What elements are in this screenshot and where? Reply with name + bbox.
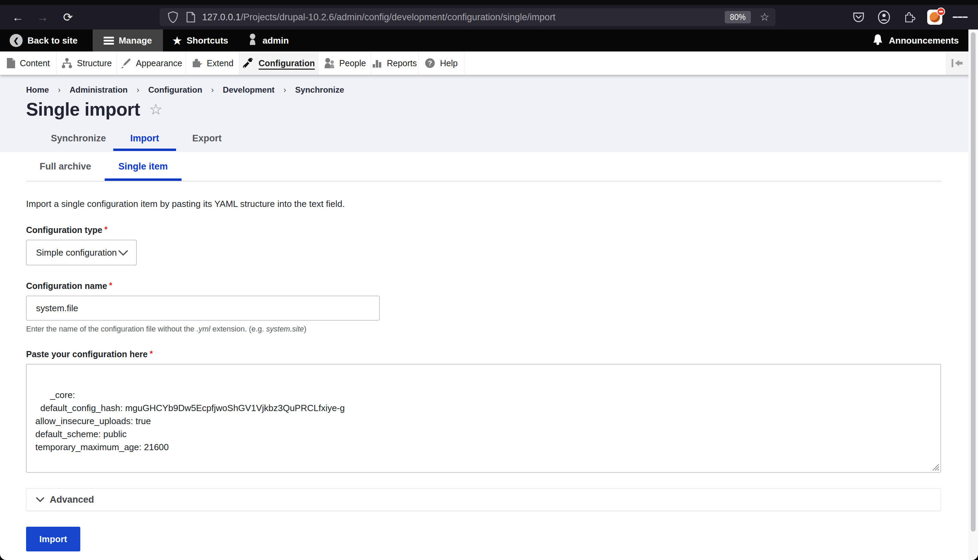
- menu-item-label: Extend: [207, 58, 234, 68]
- configuration-name-help: Enter the name of the configuration file…: [26, 325, 978, 333]
- primary-tabs: Synchronize Import Export: [43, 126, 978, 151]
- required-indicator: *: [104, 225, 107, 234]
- page-scrollbar[interactable]: [968, 30, 978, 560]
- menu-item-help[interactable]: ? Help: [418, 52, 464, 75]
- configuration-name-value: system.file: [36, 303, 78, 313]
- drupal-admin-menu: Content Structure Appearance Extend Conf…: [0, 52, 978, 75]
- menu-item-structure[interactable]: Structure: [57, 52, 117, 75]
- chevron-down-icon: [36, 497, 44, 502]
- url-path: /Projects/drupal-10.2.6/admin/config/dev…: [241, 12, 556, 22]
- reload-icon[interactable]: ⟳: [59, 5, 77, 30]
- tab-single-item[interactable]: Single item: [105, 152, 182, 181]
- menu-item-reports[interactable]: Reports: [371, 52, 418, 75]
- bookmark-star-icon[interactable]: ☆: [760, 11, 769, 23]
- shortcuts-button[interactable]: ★ Shortcuts: [163, 30, 238, 52]
- menu-item-configuration[interactable]: Configuration: [239, 52, 318, 75]
- configuration-type-select[interactable]: Simple configuration: [26, 240, 137, 265]
- zoom-level-badge[interactable]: 80%: [725, 11, 751, 23]
- configuration-type-value: Simple configuration: [36, 247, 117, 258]
- menu-item-label: Reports: [387, 58, 417, 68]
- account-icon[interactable]: [876, 5, 891, 30]
- announcements-label: Announcements: [889, 35, 959, 46]
- menu-item-extend[interactable]: Extend: [186, 52, 239, 75]
- breadcrumb-link[interactable]: Home: [26, 85, 49, 95]
- configuration-name-input[interactable]: system.file: [26, 296, 380, 320]
- bell-icon: [872, 33, 883, 48]
- tab-synchronize[interactable]: Synchronize: [43, 126, 113, 151]
- people-icon: [323, 58, 335, 68]
- structure-sitemap-icon: [62, 58, 72, 68]
- collapse-left-icon: [951, 59, 963, 67]
- browser-window: ← → ⟳ 127.0.0.1/Projects/drupal-10.2.6/a…: [0, 0, 978, 560]
- advanced-label: Advanced: [50, 495, 94, 505]
- menu-item-people[interactable]: People: [318, 52, 371, 75]
- page-title: Single import: [26, 99, 140, 120]
- paste-configuration-label: Paste your configuration here*: [26, 349, 978, 359]
- breadcrumb-separator: ›: [211, 85, 214, 95]
- scrollbar-thumb[interactable]: [971, 32, 976, 532]
- configuration-wrench-icon: [243, 57, 254, 69]
- page-info-icon[interactable]: [187, 12, 195, 23]
- url-bar[interactable]: 127.0.0.1/Projects/drupal-10.2.6/admin/c…: [160, 8, 776, 26]
- user-icon: [247, 33, 258, 48]
- forward-icon[interactable]: →: [33, 5, 52, 30]
- menu-item-label: Structure: [77, 58, 112, 68]
- manage-label: Manage: [119, 35, 152, 46]
- shortcuts-star-icon: ★: [173, 35, 182, 47]
- help-icon: ?: [425, 58, 435, 68]
- back-to-site-label: Back to site: [27, 35, 78, 46]
- breadcrumb: Home › Administration › Configuration › …: [26, 85, 978, 95]
- menu-item-content[interactable]: Content: [0, 52, 57, 75]
- secondary-tabs: Full archive Single item: [26, 152, 941, 182]
- blocked-badge-icon: [937, 8, 945, 16]
- reports-chart-icon: [372, 58, 382, 68]
- import-button[interactable]: Import: [26, 527, 80, 552]
- url-domain: 127.0.0.1: [202, 12, 241, 22]
- page-header: Home › Administration › Configuration › …: [0, 75, 978, 152]
- pocket-icon[interactable]: [851, 5, 866, 30]
- navbar-right-icons: [851, 5, 968, 30]
- required-indicator: *: [109, 281, 112, 290]
- tab-export[interactable]: Export: [176, 126, 238, 151]
- back-to-site-icon: ❮: [10, 34, 23, 47]
- configuration-yaml-textarea[interactable]: _core: default_config_hash: mguGHCYb9Dw5…: [26, 364, 941, 472]
- browser-tabstrip: [0, 0, 978, 5]
- breadcrumb-link[interactable]: Development: [223, 85, 275, 95]
- tab-full-archive[interactable]: Full archive: [26, 152, 105, 181]
- breadcrumb-link[interactable]: Synchronize: [295, 85, 344, 95]
- extend-puzzle-icon: [192, 58, 202, 68]
- content-file-icon: [7, 58, 15, 68]
- required-indicator: *: [150, 349, 153, 358]
- advanced-section-toggle[interactable]: Advanced: [26, 488, 941, 511]
- menu-hamburger-icon[interactable]: [953, 5, 968, 30]
- tab-import[interactable]: Import: [113, 126, 176, 151]
- breadcrumb-separator: ›: [58, 85, 61, 95]
- announcements-button[interactable]: Announcements: [872, 30, 959, 52]
- menu-item-label: Content: [20, 58, 50, 68]
- intro-text: Import a single configuration item by pa…: [26, 199, 978, 209]
- admin-user-label: admin: [263, 35, 289, 46]
- main-content: Full archive Single item Import a single…: [0, 152, 978, 552]
- firefox-extension-icon[interactable]: [927, 5, 942, 30]
- menu-item-label: People: [339, 58, 366, 68]
- svg-text:?: ?: [428, 59, 432, 67]
- yaml-content: _core: default_config_hash: mguGHCYb9Dw5…: [35, 390, 345, 452]
- menu-item-label: Appearance: [136, 58, 182, 68]
- back-icon[interactable]: ←: [9, 5, 27, 30]
- breadcrumb-link[interactable]: Configuration: [148, 85, 202, 95]
- menu-item-appearance[interactable]: Appearance: [117, 52, 186, 75]
- resize-grip-icon[interactable]: [931, 463, 940, 471]
- configuration-type-label: Configuration type*: [26, 225, 978, 235]
- breadcrumb-link[interactable]: Administration: [70, 85, 128, 95]
- shield-icon[interactable]: [168, 11, 178, 23]
- manage-button[interactable]: Manage: [93, 30, 163, 52]
- toolbar-orientation-toggle[interactable]: [946, 52, 968, 75]
- favorite-star-icon[interactable]: ☆: [149, 100, 162, 118]
- admin-user-button[interactable]: admin: [238, 30, 298, 52]
- breadcrumb-separator: ›: [283, 85, 286, 95]
- menu-item-label: Help: [440, 58, 457, 68]
- breadcrumb-separator: ›: [137, 85, 139, 95]
- back-to-site-button[interactable]: ❮ Back to site: [0, 30, 87, 52]
- extensions-puzzle-icon[interactable]: [902, 5, 917, 30]
- appearance-brush-icon: [120, 58, 132, 68]
